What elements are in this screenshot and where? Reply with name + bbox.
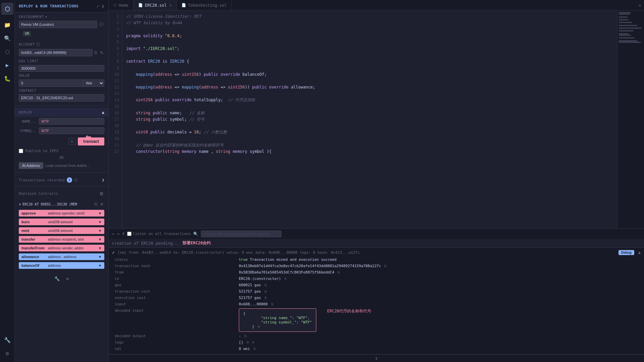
input-copy[interactable]: ⎘ (271, 302, 273, 306)
tx-collapse-icon[interactable]: ▲ (638, 250, 641, 255)
transactions-row: Transactions recorded 1 ⓘ ❯ (15, 175, 108, 184)
tx-cost-copy[interactable]: ⎘ (265, 290, 267, 293)
transferfrom-fn-btn[interactable]: transferFrom address sender, addre ▼ (19, 245, 104, 251)
table-row: from 0x5B38Da6a701e5685453dCfc803Fe8875f… (112, 269, 641, 276)
account-copy-btn[interactable]: ⎘ (94, 50, 98, 56)
or-divider: OR (15, 155, 108, 161)
table-row: status true Transaction mined and execut… (112, 256, 641, 263)
environment-label: ENVIRONMENT ▼ (15, 12, 108, 20)
trash-icon[interactable]: 🗑 (99, 190, 104, 197)
gas-copy[interactable]: ⎘ (265, 283, 267, 287)
allowance-fn-row: allowance address , address ▼ (19, 253, 104, 261)
balanceof-fn-btn[interactable]: balanceOf address ▼ (19, 262, 104, 269)
tabs-bar: ⬡ Home 📄 ERC20.sol ✕ 📄 TokenVesting.sol … (109, 0, 644, 11)
gas-limit-input[interactable]: 3000000 (19, 65, 104, 72)
contract-select[interactable]: ERC20 - 31_ERC20/ERC20.sol (19, 94, 104, 102)
allowance-arrow: ▼ (98, 255, 102, 259)
env-info-btn[interactable]: ⓘ (99, 21, 104, 28)
environment-select[interactable]: Remix VM (London) (19, 21, 97, 28)
tx-forward-icon[interactable]: ↪ (117, 232, 119, 236)
debug-btn[interactable]: Debug (619, 250, 634, 255)
deploy-section-header[interactable]: DEPLOY ▲ (15, 108, 108, 117)
tx-back-icon[interactable]: ↩ (112, 232, 114, 236)
minimap: ████████████████████ ██████████████████ … (617, 11, 644, 228)
sidebar: ⬡ 📁 🔍 ⬡ ▶ 🐛 🔧 ⚙ (0, 0, 15, 362)
at-address-btn[interactable]: At Address (19, 162, 43, 169)
input-value: 0x608...00000 ⎘ (236, 301, 641, 307)
tab-tokenvesting[interactable]: 📄 TokenVesting.sol (177, 0, 232, 10)
sidebar-icon-files[interactable]: 📁 (1, 19, 13, 31)
mint-fn-btn[interactable]: mint uint256 amount ▼ (19, 227, 104, 234)
name-input[interactable]: WTF (39, 118, 104, 125)
tx-search-input[interactable] (201, 231, 281, 237)
allowance-label: allowance (21, 255, 47, 259)
code-editor[interactable]: // SPDX-License-Identifier: MIT // WTF S… (122, 11, 617, 228)
decoded-output-key: decoded output (112, 333, 236, 339)
tab-erc20-label: ERC20.sol (145, 3, 167, 8)
copy-btn[interactable]: ⎘ (69, 138, 76, 145)
sidebar-icon-settings2[interactable]: ⚙ (1, 347, 13, 359)
sidebar-icon-deploy[interactable]: ▶ (1, 59, 13, 71)
decoded-annotation: ERC20代币的名称和代号 (327, 308, 371, 314)
tab-home[interactable]: ⬡ Home (109, 0, 133, 10)
exec-cost-key: execution cost (112, 295, 236, 301)
decoded-output-copy[interactable]: ⎘ (245, 334, 247, 338)
from-copy[interactable]: ⎘ (338, 270, 340, 274)
expand-icon[interactable]: ❯ (102, 3, 104, 9)
account-info-icon: ⓘ (36, 42, 40, 47)
transfer-fn-btn[interactable]: transfer address recipient, uint ▼ (19, 236, 104, 243)
contract-copy-btn[interactable]: ⎘ (94, 201, 98, 207)
table-row: transaction cost 521757 gas ⎘ (112, 288, 641, 295)
settings-icon[interactable]: ⚙ (66, 276, 70, 282)
gas-limit-label: GAS LIMIT (19, 59, 39, 63)
logs-copy1[interactable]: ⎘ (247, 341, 249, 344)
expand-editor-btn[interactable]: ⇱ (636, 3, 644, 8)
contract-toggle[interactable]: ▼ (19, 202, 21, 207)
logs-copy2[interactable]: ⎘ (252, 341, 254, 344)
contract-close-btn[interactable]: ✕ (99, 201, 104, 207)
listen-checkbox[interactable] (127, 232, 131, 236)
wrench-icon[interactable]: 🔧 (54, 276, 60, 282)
value-unit-select[interactable]: Wei Gwei Finney Ether (83, 79, 104, 87)
exec-cost-copy[interactable]: ⎘ (265, 296, 267, 300)
sidebar-icon-search[interactable]: 🔍 (1, 32, 13, 44)
approve-fn-btn[interactable]: approve address spender, uint2 ▼ (19, 210, 104, 217)
expand-bottom-icon[interactable]: ❯ (375, 356, 377, 361)
balanceof-param: address (48, 264, 98, 267)
environment-row: Remix VM (London) ⓘ (15, 20, 108, 30)
deploy-section-title: DEPLOY (19, 111, 33, 114)
sidebar-icon-debug[interactable]: 🐛 (1, 72, 13, 84)
decoded-input-container: { "string name_": "WTF", "string symbol_… (239, 308, 638, 332)
check-icon[interactable]: ✓ (97, 3, 99, 9)
tx-entry: ✓ [vm] from: 0x5B3...eddC4 to: ERC20.(co… (109, 248, 644, 354)
decoded-input-copy[interactable]: ⎘ (258, 325, 260, 328)
value-input[interactable]: 0 (19, 79, 83, 87)
publish-ipfs-checkbox[interactable] (19, 149, 23, 153)
transact-btn[interactable]: transact (78, 137, 104, 145)
main-area: ⬡ Home 📄 ERC20.sol ✕ 📄 TokenVesting.sol … (109, 0, 644, 362)
mint-param: uint256 amount (48, 229, 98, 233)
symbol-input[interactable]: WTF (39, 127, 104, 134)
load-contract-btn[interactable]: Load contract from Addre... (45, 164, 90, 168)
to-value: ERC20.(constructor) ⎘ (236, 276, 641, 282)
tx-count-badge: 1 (67, 177, 72, 183)
sidebar-icon-solidity[interactable]: ⬡ (1, 46, 13, 58)
tx-hash-copy[interactable]: ⎘ (384, 264, 386, 268)
from-value: 0x5B38Da6a701e5685453dCfc803Fe8875f56bed… (236, 269, 641, 276)
sidebar-icon-settings[interactable]: 🔧 (1, 334, 13, 346)
logs-value: [] ⎘ ⎘ (236, 339, 641, 346)
tx-cost-key: transaction cost (112, 288, 236, 295)
line-numbers: 12345 678910 1112131415 1617181920 2122 (109, 11, 122, 228)
account-edit-btn[interactable]: ✎ (99, 50, 104, 56)
burn-fn-btn[interactable]: burn uint256 amount ▼ (19, 219, 104, 225)
table-row: decoded output - ⎘ (112, 333, 641, 339)
tx-expand-icon[interactable]: ❯ (102, 178, 104, 182)
allowance-fn-btn[interactable]: allowance address , address ▼ (19, 253, 104, 260)
to-copy[interactable]: ⎘ (284, 277, 286, 281)
tab-erc20[interactable]: 📄 ERC20.sol ✕ (133, 0, 177, 10)
erc20-tab-close[interactable]: ✕ (169, 3, 172, 7)
val-copy[interactable]: ⎘ (254, 347, 256, 351)
gas-limit-input-row: 3000000 (15, 64, 108, 73)
account-select[interactable]: 0x5B3...eddC4 (99.999999) (19, 49, 93, 56)
tx-search-icon[interactable]: 🔍 (193, 232, 198, 236)
